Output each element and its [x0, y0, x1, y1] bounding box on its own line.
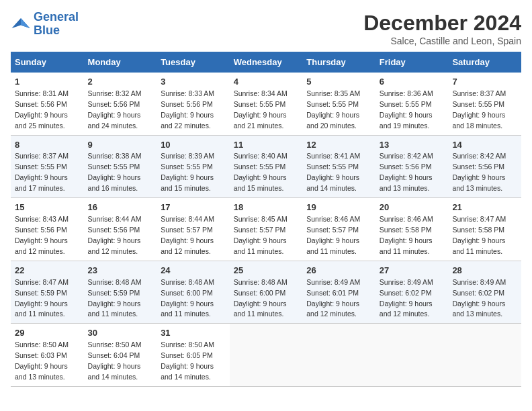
calendar-cell: 23Sunrise: 8:48 AMSunset: 5:59 PMDayligh… [84, 261, 157, 324]
day-number: 9 [88, 139, 153, 152]
sunrise-info: Sunrise: 8:35 AM [306, 89, 360, 97]
sunrise-info: Sunrise: 8:44 AM [88, 215, 142, 223]
sunset-info: Sunset: 5:55 PM [15, 163, 67, 171]
daylight-info: Daylight: 9 hours and 21 minutes. [234, 111, 287, 130]
sunset-info: Sunset: 5:55 PM [234, 163, 286, 171]
daylight-info: Daylight: 9 hours and 12 minutes. [380, 300, 433, 318]
week-row-4: 22Sunrise: 8:47 AMSunset: 5:59 PMDayligh… [11, 261, 521, 324]
day-number: 8 [15, 139, 80, 152]
calendar-cell: 3Sunrise: 8:33 AMSunset: 5:56 PMDaylight… [157, 73, 230, 135]
sunset-info: Sunset: 5:55 PM [234, 100, 286, 108]
sunrise-info: Sunrise: 8:46 AM [380, 215, 433, 223]
calendar-table: SundayMondayTuesdayWednesdayThursdayFrid… [11, 52, 521, 387]
daylight-info: Daylight: 9 hours and 13 minutes. [380, 173, 433, 192]
calendar-cell: 20Sunrise: 8:46 AMSunset: 5:58 PMDayligh… [375, 198, 449, 261]
daylight-info: Daylight: 9 hours and 17 minutes. [15, 173, 68, 192]
calendar-cell: 10Sunrise: 8:39 AMSunset: 5:55 PMDayligh… [157, 135, 230, 198]
daylight-info: Daylight: 9 hours and 12 minutes. [161, 236, 214, 255]
sunrise-info: Sunrise: 8:37 AM [452, 89, 506, 97]
sunrise-info: Sunrise: 8:47 AM [452, 215, 506, 223]
calendar-cell: 17Sunrise: 8:44 AMSunset: 5:57 PMDayligh… [157, 198, 230, 261]
daylight-info: Daylight: 9 hours and 12 minutes. [15, 236, 68, 255]
sunrise-info: Sunrise: 8:46 AM [306, 215, 360, 223]
day-number: 24 [161, 265, 226, 277]
sunset-info: Sunset: 5:56 PM [452, 163, 504, 171]
sunrise-info: Sunrise: 8:48 AM [161, 278, 214, 286]
calendar-cell: 14Sunrise: 8:42 AMSunset: 5:56 PMDayligh… [448, 135, 521, 198]
calendar-cell [230, 324, 303, 387]
daylight-info: Daylight: 9 hours and 15 minutes. [234, 173, 287, 192]
day-number: 21 [452, 201, 517, 214]
sunrise-info: Sunrise: 8:50 AM [88, 340, 142, 349]
day-number: 28 [452, 265, 517, 277]
sunrise-info: Sunrise: 8:38 AM [88, 152, 142, 160]
week-row-5: 29Sunrise: 8:50 AMSunset: 6:03 PMDayligh… [11, 324, 521, 387]
sunset-info: Sunset: 5:56 PM [88, 226, 140, 234]
calendar-cell: 2Sunrise: 8:32 AMSunset: 5:56 PMDaylight… [84, 73, 157, 135]
day-number: 22 [15, 265, 80, 277]
daylight-info: Daylight: 9 hours and 16 minutes. [88, 173, 141, 192]
calendar-cell: 4Sunrise: 8:34 AMSunset: 5:55 PMDaylight… [230, 73, 303, 135]
day-number: 15 [15, 201, 80, 214]
sunrise-info: Sunrise: 8:44 AM [161, 215, 214, 223]
header-friday: Friday [375, 52, 449, 73]
calendar-cell [375, 324, 449, 387]
calendar-cell: 22Sunrise: 8:47 AMSunset: 5:59 PMDayligh… [11, 261, 84, 324]
calendar-cell: 25Sunrise: 8:48 AMSunset: 6:00 PMDayligh… [230, 261, 303, 324]
calendar-cell: 21Sunrise: 8:47 AMSunset: 5:58 PMDayligh… [448, 198, 521, 261]
daylight-info: Daylight: 9 hours and 13 minutes. [15, 362, 68, 381]
sunset-info: Sunset: 5:58 PM [452, 226, 504, 234]
header-monday: Monday [84, 52, 157, 73]
calendar-cell: 15Sunrise: 8:43 AMSunset: 5:56 PMDayligh… [11, 198, 84, 261]
sunrise-info: Sunrise: 8:32 AM [88, 89, 142, 97]
daylight-info: Daylight: 9 hours and 12 minutes. [306, 300, 359, 318]
week-row-3: 15Sunrise: 8:43 AMSunset: 5:56 PMDayligh… [11, 198, 521, 261]
calendar-cell: 24Sunrise: 8:48 AMSunset: 6:00 PMDayligh… [157, 261, 230, 324]
header-thursday: Thursday [302, 52, 375, 73]
day-number: 27 [380, 265, 445, 277]
sunrise-info: Sunrise: 8:49 AM [306, 278, 360, 286]
day-number: 4 [234, 76, 299, 89]
sunrise-info: Sunrise: 8:40 AM [234, 152, 287, 160]
day-number: 12 [306, 139, 371, 152]
day-number: 1 [15, 76, 80, 89]
calendar-cell: 5Sunrise: 8:35 AMSunset: 5:55 PMDaylight… [302, 73, 375, 135]
daylight-info: Daylight: 9 hours and 15 minutes. [161, 173, 214, 192]
sunset-info: Sunset: 5:57 PM [161, 226, 213, 234]
sunset-info: Sunset: 5:55 PM [161, 163, 213, 171]
daylight-info: Daylight: 9 hours and 11 minutes. [380, 236, 433, 255]
calendar-cell: 29Sunrise: 8:50 AMSunset: 6:03 PMDayligh… [11, 324, 84, 387]
sunset-info: Sunset: 5:57 PM [234, 226, 286, 234]
sunrise-info: Sunrise: 8:45 AM [234, 215, 287, 223]
daylight-info: Daylight: 9 hours and 11 minutes. [234, 300, 287, 318]
day-number: 5 [306, 76, 371, 89]
sunset-info: Sunset: 6:00 PM [234, 289, 286, 297]
sunrise-info: Sunrise: 8:50 AM [15, 340, 69, 349]
header-saturday: Saturday [448, 52, 521, 73]
header-sunday: Sunday [11, 52, 84, 73]
calendar-cell [302, 324, 375, 387]
daylight-info: Daylight: 9 hours and 14 minutes. [306, 173, 359, 192]
day-number: 30 [88, 327, 153, 340]
month-title: December 2024 [363, 11, 521, 36]
daylight-info: Daylight: 9 hours and 11 minutes. [15, 300, 68, 318]
daylight-info: Daylight: 9 hours and 11 minutes. [234, 236, 287, 255]
sunrise-info: Sunrise: 8:33 AM [161, 89, 214, 97]
calendar-cell: 12Sunrise: 8:41 AMSunset: 5:55 PMDayligh… [302, 135, 375, 198]
sunrise-info: Sunrise: 8:34 AM [234, 89, 287, 97]
title-block: December 2024 Salce, Castille and Leon, … [363, 11, 521, 46]
day-number: 13 [380, 139, 445, 152]
sunrise-info: Sunrise: 8:42 AM [380, 152, 433, 160]
sunrise-info: Sunrise: 8:43 AM [15, 215, 69, 223]
calendar-cell: 31Sunrise: 8:50 AMSunset: 6:05 PMDayligh… [157, 324, 230, 387]
sunset-info: Sunset: 5:59 PM [15, 289, 67, 297]
daylight-info: Daylight: 9 hours and 25 minutes. [15, 111, 68, 130]
daylight-info: Daylight: 9 hours and 24 minutes. [88, 111, 141, 130]
sunset-info: Sunset: 6:00 PM [161, 289, 213, 297]
sunset-info: Sunset: 5:56 PM [88, 100, 140, 108]
daylight-info: Daylight: 9 hours and 11 minutes. [88, 300, 141, 318]
sunset-info: Sunset: 6:04 PM [88, 351, 140, 359]
sunrise-info: Sunrise: 8:41 AM [306, 152, 360, 160]
calendar-cell: 11Sunrise: 8:40 AMSunset: 5:55 PMDayligh… [230, 135, 303, 198]
header-tuesday: Tuesday [157, 52, 230, 73]
